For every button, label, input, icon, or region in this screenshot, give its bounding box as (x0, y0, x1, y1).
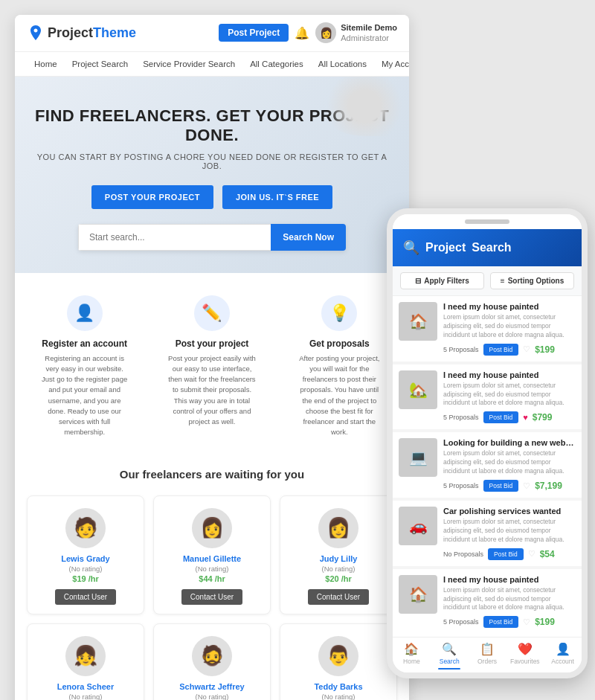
project-desc-3: Lorem ipsum dolor sit amet, consectetur … (443, 449, 576, 476)
mobile-notch (393, 214, 582, 229)
freelancer-name-manuel: Manuel Gillette (161, 554, 263, 563)
freelancer-rate-manuel: $44 /hr (161, 574, 263, 583)
like-icon-5[interactable]: ♡ (523, 617, 530, 627)
search-now-button[interactable]: Search Now (271, 224, 346, 251)
project-meta-2: 5 Proposals Post Bid ♥ $799 (443, 411, 576, 423)
proposals-4: No Proposals (443, 550, 483, 558)
freelancer-name-schwartz: Schwartz Jeffrey (161, 682, 263, 691)
freelancers-section-title: Our freelancers are waiting for you (27, 468, 397, 481)
project-title-4: Car polishing services wanted (443, 507, 576, 516)
post-icon: ✏️ (194, 295, 230, 331)
apply-filters-button[interactable]: ⊟ Apply Filters (400, 272, 484, 289)
logo-theme-text: Theme (93, 25, 136, 41)
freelancer-avatar-teddy: 👨 (318, 636, 358, 676)
freelancer-name-lenora: Lenora Scheer (35, 682, 136, 691)
how-it-works-section: 👤 Register an account Registering an acc… (15, 273, 409, 453)
freelancer-card-judy: 👩 Judy Lilly (No rating) $20 /hr Contact… (280, 495, 397, 614)
project-price-3: $7,199 (535, 481, 562, 491)
project-info-3: Looking for building a new website.. Lor… (443, 438, 576, 492)
project-info-4: Car polishing services wanted Lorem ipsu… (443, 507, 576, 560)
freelancer-card-lenora: 👧 Lenora Scheer (No rating) $36 /hr Cont… (27, 623, 144, 700)
step-proposals-title: Get proposals (295, 338, 384, 349)
contact-judy-button[interactable]: Contact User (308, 589, 369, 605)
nav-link-categories[interactable]: All Categories (242, 52, 311, 76)
step-proposals-desc: After posting your project, you will wai… (295, 353, 384, 438)
project-item-1: 🏠 I need my house painted Lorem ipsum do… (393, 296, 582, 362)
project-info-5: I need my house painted Lorem ipsum dolo… (443, 575, 576, 629)
nav-link-locations[interactable]: All Locations (311, 52, 374, 76)
project-item-5: 🏠 I need my house painted Lorem ipsum do… (393, 569, 582, 635)
project-item-4: 🚗 Car polishing services wanted Lorem ip… (393, 501, 582, 566)
notch-bar (465, 219, 509, 224)
mobile-title-search: Search (472, 241, 511, 254)
freelancer-rating-manuel: (No rating) (161, 565, 263, 573)
account-nav-icon: 👤 (556, 642, 570, 656)
filter-icon: ⊟ (415, 277, 421, 285)
freelancer-avatar-judy: 👩 (318, 508, 358, 548)
post-bid-2-button[interactable]: Post Bid (483, 411, 519, 423)
project-desc-4: Lorem ipsum dolor sit amet, consectetur … (443, 518, 576, 545)
nav-link-project-search[interactable]: Project Search (65, 52, 135, 76)
bottom-nav-orders[interactable]: 📋 Orders (469, 642, 506, 670)
freelancer-name-teddy: Teddy Barks (288, 682, 389, 691)
freelancer-card-teddy: 👨 Teddy Barks (No rating) $18 /hr Contac… (280, 623, 397, 700)
bell-icon[interactable]: 🔔 (295, 26, 309, 40)
freelancer-avatar-schwartz: 🧔 (192, 636, 232, 676)
sorting-options-button[interactable]: ≡ Sorting Options (490, 272, 574, 289)
freelancer-rating-teddy: (No rating) (288, 693, 389, 700)
freelancer-avatar-lenora: 👧 (65, 636, 106, 676)
contact-manuel-button[interactable]: Contact User (181, 589, 242, 605)
proposals-5: 5 Proposals (443, 618, 479, 626)
project-price-2: $799 (533, 412, 553, 423)
nav-link-account[interactable]: My Account (374, 52, 409, 76)
post-project-button[interactable]: Post Project (219, 24, 289, 42)
project-price-4: $54 (540, 549, 555, 559)
like-icon-3[interactable]: ♡ (523, 481, 530, 491)
project-title-2: I need my house painted (443, 370, 576, 379)
bottom-nav-favourites[interactable]: ❤️ Favourites (506, 642, 544, 670)
bottom-nav-home[interactable]: 🏠 Home (393, 642, 431, 670)
project-thumb-5: 🏠 (399, 575, 437, 614)
freelancer-card-schwartz: 🧔 Schwartz Jeffrey (No rating) $54 /hr C… (153, 623, 271, 700)
post-bid-3-button[interactable]: Post Bid (483, 480, 519, 492)
like-icon-1[interactable]: ♡ (523, 344, 530, 354)
step-proposals: 💡 Get proposals After posting your proje… (295, 295, 384, 438)
project-price-1: $199 (535, 344, 555, 355)
nav-link-home[interactable]: Home (27, 52, 65, 76)
mobile-bottom-nav: 🏠 Home 🔍 Search 📋 Orders ❤️ Favourites 👤… (393, 637, 582, 672)
post-bid-1-button[interactable]: Post Bid (483, 344, 519, 356)
mobile-search-title: 🔍 Project Search (403, 240, 571, 256)
project-title-3: Looking for building a new website.. (443, 438, 576, 447)
step-post-title: Post your project (167, 338, 257, 349)
contact-lewis-button[interactable]: Contact User (55, 589, 116, 605)
nav-link-service-search[interactable]: Service Provider Search (135, 52, 242, 76)
join-us-button[interactable]: JOIN US. IT`S FREE (222, 185, 332, 209)
project-title-1: I need my house painted (443, 302, 576, 311)
project-info-2: I need my house painted Lorem ipsum dolo… (443, 370, 576, 424)
search-input[interactable] (78, 224, 271, 251)
sort-icon: ≡ (501, 277, 505, 285)
project-meta-5: 5 Proposals Post Bid ♡ $199 (443, 616, 576, 628)
post-your-project-button[interactable]: POST YOUR PROJECT (91, 185, 213, 209)
bottom-nav-account[interactable]: 👤 Account (544, 642, 582, 670)
like-icon-2[interactable]: ♥ (523, 413, 528, 422)
project-info-1: I need my house painted Lorem ipsum dolo… (443, 302, 576, 356)
user-name: Sitemile Demo (341, 22, 397, 33)
freelancer-avatar-manuel: 👩 (192, 508, 232, 548)
post-bid-5-button[interactable]: Post Bid (483, 616, 519, 628)
bottom-nav-search[interactable]: 🔍 Search (431, 642, 469, 670)
freelancer-rating-schwartz: (No rating) (161, 693, 263, 700)
project-desc-1: Lorem ipsum dolor sit amet, consectetur … (443, 313, 576, 340)
freelancers-grid: 🧑 Lewis Grady (No rating) $19 /hr Contac… (27, 495, 397, 700)
project-item-3: 💻 Looking for building a new website.. L… (393, 432, 582, 498)
project-thumb-2: 🏡 (399, 370, 437, 409)
mobile-app: 🔍 Project Search ⊟ Apply Filters ≡ Sorti… (387, 208, 588, 678)
freelancer-card-lewis: 🧑 Lewis Grady (No rating) $19 /hr Contac… (27, 495, 144, 614)
hero-title: FIND FREELANCERS. GET YOUR PROJECT DONE. (30, 106, 394, 145)
project-meta-4: No Proposals Post Bid ♡ $54 (443, 548, 576, 560)
like-icon-4[interactable]: ♡ (528, 549, 536, 559)
post-bid-4-button[interactable]: Post Bid (488, 548, 524, 560)
proposals-2: 5 Proposals (443, 414, 479, 421)
nav-right: Post Project 🔔 👩 Sitemile Demo Administr… (219, 22, 397, 44)
search-bar: Search Now (78, 224, 346, 251)
